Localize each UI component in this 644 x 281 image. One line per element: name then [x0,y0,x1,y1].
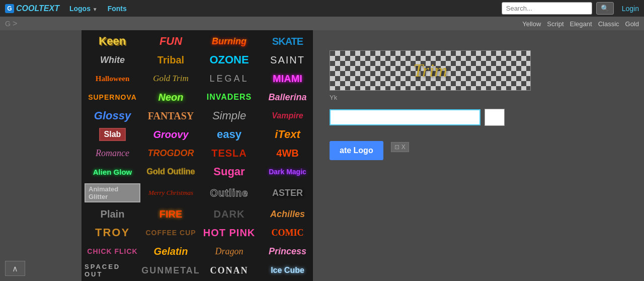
logo-label-supernova: SUPERNOVA [88,93,137,101]
logo-item-alienglow[interactable]: Alien Glow [84,163,141,181]
logo-label-spacedout: SPACED OUT [85,263,140,278]
logo-item-comic[interactable]: COMIC [259,224,313,242]
style-link-yellow[interactable]: Yellow [522,20,541,28]
logo-label-slab: Slab [99,128,126,141]
logo-area: G COOLTEXT [5,4,59,13]
logo-g-icon: G [5,4,14,13]
logo-item-groovy[interactable]: Groovy [142,125,200,144]
color-picker[interactable] [485,109,505,126]
logo-item-troy[interactable]: TROY [84,224,141,242]
logos-menu[interactable]: Logos ▼ [69,5,98,13]
logo-item-4wb[interactable]: 4WB [259,144,313,162]
logo-item-plain[interactable]: Plain [84,205,141,223]
logo-item-gelatin[interactable]: Gelatin [142,242,200,260]
style-code: Yk [330,94,636,101]
search-input[interactable] [502,2,592,15]
logo-item-aster[interactable]: ASTER [259,181,313,204]
logo-item-princess[interactable]: Princess [259,242,313,260]
search-button[interactable]: 🔍 [596,2,614,15]
logo-item-supernova[interactable]: SUPERNOVA [84,88,141,106]
logo-label-coffeecup: COFFEE CUP [145,229,196,237]
logo-label-groovy: Groovy [153,129,188,140]
logo-item-goldoutline[interactable]: Gold Outline [142,163,200,181]
logo-label-goldtrim: Gold Trim [153,74,188,84]
logo-item-tesla[interactable]: TESLA [200,144,258,162]
logo-item-burning[interactable]: Burning [200,32,258,50]
logo-item-legal[interactable]: LEGAL [200,69,258,88]
logo-item-tribal[interactable]: Tribal [142,51,200,69]
preview-area: Trim Yk [330,50,636,101]
logo-item-fantasy[interactable]: FANTASY [142,107,200,125]
logo-item-gunmetal[interactable]: GUNMETAL [142,261,200,280]
logo-item-achilles[interactable]: Achilles [259,205,313,223]
scroll-button[interactable]: ∧ [5,261,25,276]
logo-label-gunmetal: GUNMETAL [141,265,200,276]
logo-item-ballerina[interactable]: Ballerina [259,88,313,106]
style-link-script[interactable]: Script [547,20,564,28]
logo-item-trogdor[interactable]: TROGDOR [142,144,200,162]
input-area [330,109,636,126]
logo-item-conan[interactable]: CONAN [200,261,258,280]
logo-label-dark: DARK [214,208,245,220]
logo-item-easy[interactable]: easy [200,125,258,144]
logo-label-ballerina: Ballerina [268,92,306,103]
logo-item-fun[interactable]: FUN [142,32,200,50]
logo-item-hotpink[interactable]: HOT PINK [200,224,258,242]
logo-text: COOLTEXT [16,4,59,13]
logo-item-skate[interactable]: SKATE [259,32,313,50]
logo-item-neon[interactable]: Neon [142,88,200,106]
logo-item-animatedglitter[interactable]: Animated Glitter [84,181,141,204]
style-link-elegant[interactable]: Elegant [570,20,592,28]
logo-item-glossy[interactable]: Glossy [84,107,141,125]
logo-item-halloween[interactable]: Halloween [84,69,141,88]
logo-label-fantasy: FANTASY [148,110,194,122]
logo-item-invaders[interactable]: INVADERS [200,88,258,106]
breadcrumb-separator: > [13,19,17,28]
logo-item-darkmagic[interactable]: Dark Magic [259,163,313,181]
logo-item-outline[interactable]: Outline [200,181,258,204]
create-logo-button[interactable]: ate Logo [330,141,383,160]
logo-label-darkmagic: Dark Magic [269,168,306,176]
fonts-link[interactable]: Fonts [108,5,127,13]
logo-label-troy: TROY [95,226,130,239]
logo-item-spacedout[interactable]: SPACED OUT [84,261,141,280]
style-link-classic[interactable]: Classic [598,20,619,28]
logo-item-simple[interactable]: Simple [200,107,258,125]
logo-item-saint[interactable]: SAINT [259,51,313,69]
logo-label-fire: FIRE [159,208,183,220]
style-link-gold[interactable]: Gold [625,20,639,28]
logo-label-achilles: Achilles [270,209,305,220]
logo-label-miami: MIAMI [273,73,302,85]
logo-text-input[interactable] [330,109,480,125]
logo-item-slab[interactable]: Slab [84,125,141,144]
logo-item-goldtrim[interactable]: Gold Trim [142,69,200,88]
login-link[interactable]: Login [622,5,639,13]
logo-label-trogdor: TROGDOR [148,148,194,159]
logo-label-vampire: Vampire [272,111,303,120]
logo-item-dark[interactable]: DARK [200,205,258,223]
logo-item-dragon[interactable]: Dragon [200,242,258,260]
ad-icon: ⊡ [394,144,399,151]
style-links: Yellow Script Elegant Classic Gold [522,20,639,28]
logo-label-aster: ASTER [272,188,303,198]
logo-item-keen[interactable]: Keen [84,32,141,50]
logo-item-vampire[interactable]: Vampire [259,107,313,125]
logo-item-itext[interactable]: iText [259,125,313,144]
logo-item-icecube[interactable]: Ice Cube [259,261,313,280]
logo-item-chickflick[interactable]: CHICK FLICK [84,242,141,260]
header: G COOLTEXT Logos ▼ Fonts 🔍 Login [0,0,644,17]
logo-item-fire[interactable]: FIRE [142,205,200,223]
logo-item-sugar[interactable]: Sugar [200,163,258,181]
logo-label-fun: FUN [159,35,182,48]
logo-item-romance[interactable]: Romance [84,144,141,162]
ad-badge: ⊡ X [391,142,409,152]
logo-label-glossy: Glossy [94,109,131,122]
right-content: Trim Yk ate Logo ⊡ X [322,30,644,281]
logo-item-white[interactable]: White [84,51,141,69]
logo-item-merrychristmas[interactable]: Merry Christmas [142,181,200,204]
logo-item-ozone[interactable]: OZONE [200,51,258,69]
logo-item-miami[interactable]: MIAMI [259,69,313,88]
search-area: 🔍 Login [502,2,639,15]
ad-text: X [401,144,406,151]
logo-item-coffeecup[interactable]: COFFEE CUP [142,224,200,242]
